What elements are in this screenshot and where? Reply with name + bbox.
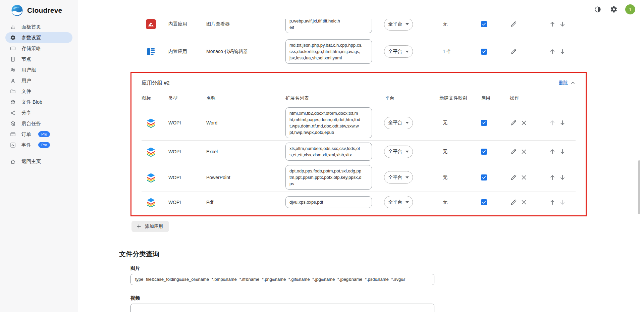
sidebar-item[interactable]: 订单 Pro [5,129,72,140]
new-file-mapping: 无 [443,199,447,205]
sidebar-item-label: 分享 [21,110,31,116]
sidebar-item[interactable]: 事件 Pro [5,140,72,150]
platform-dropdown[interactable]: 全平台 [384,196,413,208]
sidebar-item[interactable]: 文件 [5,86,72,97]
edit-icon[interactable] [510,174,517,181]
move-down-icon[interactable] [559,48,566,55]
check-icon [482,49,486,54]
column-header: 扩展名列表 [285,95,383,101]
platform-dropdown[interactable]: 全平台 [384,18,413,31]
chevron-down-icon [406,23,409,25]
edit-icon[interactable] [510,148,517,155]
edit-icon[interactable] [510,20,517,28]
move-up-icon[interactable] [549,199,556,206]
move-up-icon[interactable] [549,48,556,55]
dashboard-icon [10,24,16,30]
platform-dropdown[interactable]: 全平台 [384,146,413,158]
move-up-icon[interactable] [549,119,556,126]
sidebar-item[interactable]: 文件 Blob [5,97,72,107]
move-down-icon[interactable] [559,199,566,206]
move-up-icon[interactable] [549,148,556,155]
sidebar-item-label: 用户组 [21,67,36,73]
sidebar-nav: 面板首页 参数设置 存储策略 节点 用户 [0,16,78,167]
edit-icon[interactable] [510,48,517,55]
extensions-textarea[interactable]: html,xml,fb2,docxf,oform,docx,txt,m ht,m… [285,107,372,138]
sidebar-item[interactable]: 分享 [5,107,72,118]
sidebar-item[interactable]: 用户 [5,75,72,86]
move-down-icon[interactable] [559,148,566,155]
video-query-input[interactable] [130,304,434,312]
platform-dropdown[interactable]: 全平台 [384,171,413,184]
sidebar-item[interactable]: 返回主页 [5,156,72,167]
image-query-input[interactable]: type=file&case_folding&use_or&name=*.bmp… [130,274,434,285]
table-row: WOPI PowerPoint dpt,odp,pps,fodp,potm,po… [142,163,576,192]
table-row: WOPI Pdf djvu,xps,oxps,pdf 全平台 无 [142,192,576,212]
sidebar-item[interactable]: 面板首页 [5,21,72,32]
sidebar-item-label: 文件 Blob [21,99,42,105]
platform-dropdown[interactable]: 全平台 [384,117,413,129]
sidebar-item-label: 订单 [21,131,31,138]
delete-group-link[interactable]: 删除 [559,80,568,86]
enabled-checkbox[interactable] [481,174,487,180]
check-icon [482,120,486,125]
column-header: 操作 [508,95,547,101]
scrollbar-thumb[interactable] [638,160,640,214]
app-type: 内置应用 [167,21,205,27]
wopi-stack-icon [146,172,156,183]
theme-toggle-button[interactable] [591,3,604,16]
cloudreve-logo-icon [11,5,23,16]
delete-icon[interactable] [520,148,528,155]
extensions-textarea[interactable]: xls,xltm,numbers,ods,sxc,csv,fods,ot s,e… [285,143,372,161]
add-app-button[interactable]: 添加应用 [131,221,169,232]
chevron-down-icon [406,51,409,53]
sidebar-item[interactable]: 用户组 [5,64,72,75]
sidebar-item[interactable]: 存储策略 [5,43,72,54]
enabled-checkbox[interactable] [481,149,487,155]
extensions-textarea[interactable]: djvu,xps,oxps,pdf [285,196,372,208]
sidebar-item[interactable]: 参数设置 [5,32,72,43]
move-up-icon[interactable] [549,174,556,181]
app-type: WOPI [167,175,205,180]
storage-policy-icon [10,46,16,51]
user-group-icon [10,67,16,73]
move-down-icon[interactable] [559,119,566,126]
move-down-icon[interactable] [559,20,566,28]
column-header: 类型 [167,95,205,101]
move-up-icon[interactable] [549,20,556,28]
edit-icon[interactable] [510,199,517,206]
app-title: Cloudreve [27,6,62,14]
avatar[interactable]: 1 [625,4,635,14]
sidebar-item[interactable]: 节点 [5,54,72,64]
brand[interactable]: Cloudreve [0,0,78,16]
settings-button[interactable] [607,3,621,16]
plus-icon [136,224,142,229]
app-group-2-section: 应用分组 #2 删除 图标 类型 名称 扩展名列表 平台 新建文件 [130,72,587,216]
delete-icon[interactable] [520,199,528,206]
enabled-checkbox[interactable] [481,21,487,27]
gear-icon [610,6,618,13]
code-editor-icon [146,47,156,57]
platform-dropdown[interactable]: 全平台 [384,45,413,58]
blob-icon [10,99,16,105]
edit-icon[interactable] [510,119,517,126]
enabled-checkbox[interactable] [481,49,487,55]
folder-icon [10,89,16,94]
sidebar-item[interactable]: 后台任务 [5,118,72,129]
chevron-down-icon [406,151,409,153]
chevron-up-icon[interactable] [570,80,576,86]
delete-icon[interactable] [520,119,528,126]
column-header: 名称 [205,95,285,101]
table-header-row: 图标 类型 名称 扩展名列表 平台 新建文件映射 启用 操作 [142,94,576,103]
user-icon [10,78,16,84]
main-content: 内置应用 图片查看器 p,webp,avif,jxl,tif,tiff,heic… [78,0,644,312]
enabled-checkbox[interactable] [481,120,487,126]
move-down-icon[interactable] [559,174,566,181]
delete-icon[interactable] [520,174,528,181]
extensions-textarea[interactable]: dpt,odp,pps,fodp,potm,pot,sxi,odg,pp tm,… [285,165,372,190]
new-file-mapping: 无 [443,21,447,27]
pro-badge: Pro [38,131,50,137]
extensions-textarea[interactable]: md,txt,json,php,py,bat,c,h,cpp,hpp,cs, c… [285,39,372,64]
enabled-checkbox[interactable] [481,199,487,205]
new-file-mapping: 1 个 [443,49,451,54]
home-icon [10,159,16,164]
